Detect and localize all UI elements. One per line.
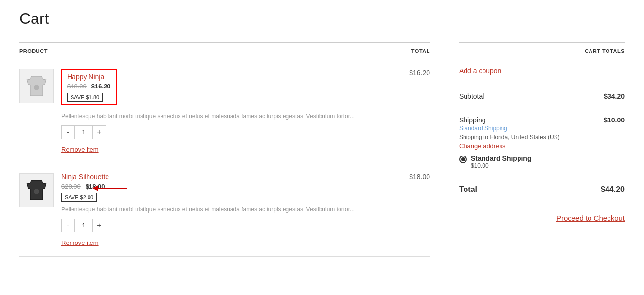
original-price: $20.00 [61, 183, 81, 190]
quantity-control: - + [61, 125, 374, 139]
sidebar-header: CART TOTALS [459, 42, 625, 59]
original-price: $18.00 [67, 83, 87, 90]
quantity-decrease[interactable]: - [61, 219, 75, 232]
shipping-radio[interactable] [459, 156, 467, 163]
item-total: $16.20 [381, 69, 430, 77]
product-details: Happy Ninja $18.00 $16.20 SAVE $1.80 Pel… [61, 69, 374, 153]
shipping-option: Standard Shipping $10.00 [459, 155, 625, 169]
cart-totals-label: CART TOTALS [585, 48, 625, 54]
product-highlight-box: Happy Ninja $18.00 $16.20 SAVE $1.80 [61, 69, 117, 105]
quantity-increase[interactable]: + [92, 125, 106, 139]
page-title: Cart [19, 10, 625, 28]
product-prices: $18.00 $16.20 [67, 83, 111, 90]
product-image [19, 173, 54, 207]
remove-item-link[interactable]: Remove item [61, 239, 99, 246]
shipping-row: Shipping Standard Shipping $10.00 Shippi… [459, 108, 625, 177]
quantity-control: - + [61, 219, 374, 232]
red-arrow-annotation [90, 181, 129, 195]
shipping-option-price: $10.00 [471, 162, 531, 169]
subtotal-row: Subtotal $34.20 [459, 85, 625, 108]
item-total: $18.00 [381, 173, 430, 181]
shipping-option-label: Standard Shipping [471, 155, 531, 162]
cart-main: PRODUCT TOTAL Happy Ninja $18.00 [19, 42, 430, 257]
quantity-increase[interactable]: + [92, 219, 106, 232]
sale-price: $16.20 [91, 83, 111, 90]
shipping-to: Shipping to Florida, United States (US) [459, 134, 625, 140]
proceed-to-checkout-button[interactable]: Proceed to Checkout [556, 214, 625, 222]
product-description: Pellentesque habitant morbi tristique se… [61, 112, 374, 121]
subtotal-value: $34.20 [604, 92, 625, 100]
product-name-link[interactable]: Ninja Silhouette [61, 173, 374, 181]
product-prices: $20.00 $18.00 [61, 183, 374, 190]
product-image [19, 69, 54, 103]
total-value: $44.20 [601, 185, 625, 194]
quantity-input[interactable] [75, 125, 92, 139]
table-row: Happy Ninja $18.00 $16.20 SAVE $1.80 Pel… [19, 59, 430, 163]
cart-sidebar: CART TOTALS Add a coupon Subtotal $34.20… [459, 42, 625, 257]
svg-point-3 [34, 189, 39, 194]
change-address-link[interactable]: Change address [459, 142, 625, 150]
checkout-section: Proceed to Checkout [459, 214, 625, 222]
add-coupon-link[interactable]: Add a coupon [459, 67, 625, 75]
shipping-label: Shipping [459, 116, 507, 124]
header-product: PRODUCT [19, 48, 48, 54]
cart-table-header: PRODUCT TOTAL [19, 42, 430, 59]
save-badge: SAVE $1.80 [67, 93, 103, 102]
shipping-value: $10.00 [604, 116, 625, 124]
header-total: TOTAL [411, 48, 430, 54]
total-row: Total $44.20 [459, 177, 625, 202]
radio-selected [461, 157, 465, 161]
total-label: Total [459, 185, 477, 194]
product-details: Ninja Silhouette $20.00 $18.00 [61, 173, 374, 246]
subtotal-label: Subtotal [459, 92, 484, 100]
quantity-input[interactable] [75, 219, 92, 232]
product-description: Pellentesque habitant morbi tristique se… [61, 206, 374, 214]
quantity-decrease[interactable]: - [61, 125, 75, 139]
svg-point-1 [34, 85, 39, 90]
shipping-type: Standard Shipping [459, 125, 507, 132]
product-name-link[interactable]: Happy Ninja [67, 73, 111, 81]
table-row: Ninja Silhouette $20.00 $18.00 [19, 163, 430, 257]
remove-item-link[interactable]: Remove item [61, 146, 99, 153]
